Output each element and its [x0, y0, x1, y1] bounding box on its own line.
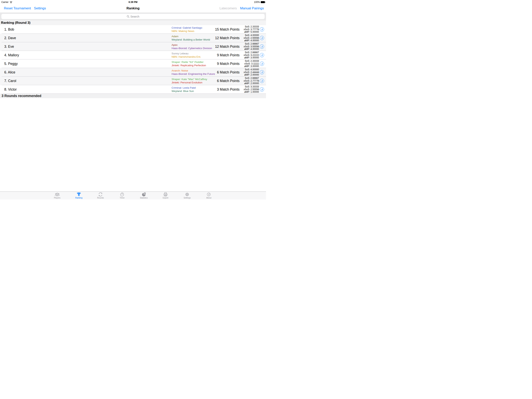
printer-icon [163, 192, 168, 197]
avgmp-value: øMP: 4.00000 [244, 48, 259, 51]
avgmp-value: øMP: 4.00000 [244, 39, 259, 42]
runner-identity: Criminal: Gabriel Santiago [171, 26, 202, 30]
xsos-value: xSoS: 2.55556 [244, 37, 259, 39]
players-icon [55, 192, 60, 197]
match-points: 9 Match Points [217, 53, 240, 57]
table-row[interactable]: 6. Alice Anarch: Noise Haas-Bioroid: Eng… [0, 68, 266, 77]
table-row[interactable]: 4. Mallory Sunny Lebeau NBN: Harishchand… [0, 51, 266, 59]
player-rank-name: 3. Eve [4, 45, 14, 49]
tab-label: Settings [184, 197, 191, 199]
sos-value: SoS: 2.66667 [244, 51, 259, 54]
rounds-recommended-footer: 3 Rounds recommended [0, 94, 266, 98]
table-row[interactable]: 7. Carol Shaper: Kate "Mac" McCaffrey Ji… [0, 77, 266, 85]
ranking-table: 1. Bob Criminal: Gabriel Santiago NBN: M… [0, 25, 266, 94]
table-row[interactable]: 8. Victor Criminal: Leela Patel Weyland:… [0, 85, 266, 94]
player-identities: Shaper: Kate "Mac" McCaffrey Jinteki: Pe… [171, 78, 207, 84]
tab-about[interactable]: i About [198, 192, 220, 199]
info-button[interactable]: i [260, 27, 264, 32]
table-row[interactable]: 1. Bob Criminal: Gabriel Santiago NBN: M… [0, 25, 266, 34]
corp-identity: NBN: Harishchandra Ent. [171, 55, 201, 58]
tiebreaker-stats: SoS: 4.00000 xSoS: 2.44444 øMP: 2.00000 [244, 68, 259, 76]
tab-label: Timer [120, 197, 125, 199]
xsos-value: xSoS: 2.77778 [244, 79, 259, 82]
sos-value: SoS: 2.66667 [244, 43, 259, 45]
avgmp-value: øMP: 1.00000 [244, 91, 259, 94]
tab-ranking[interactable]: Ranking [68, 192, 89, 199]
xsos-value: xSoS: 3.22222 [244, 54, 259, 57]
table-row[interactable]: 2. Dave Adam Weyland: Building a Better … [0, 34, 266, 42]
player-identities: Apex Haas-Bioroid: Cybernetics Division [171, 44, 212, 50]
battery-icon [261, 1, 265, 3]
tiebreaker-stats: SoS: 2.33333 xSoS: 3.11111 øMP: 3.00000 [244, 60, 259, 68]
player-identities: Adam Weyland: Building a Better World [171, 35, 210, 41]
tab-export[interactable]: Export [155, 192, 176, 199]
runner-identity: Criminal: Leela Patel [171, 86, 196, 90]
tab-label: Rounds [97, 197, 104, 199]
player-rank-name: 7. Carol [4, 79, 16, 83]
match-points: 3 Match Points [217, 87, 240, 91]
table-row[interactable]: 5. Peggy Shaper: Rielle "Kit" Peddler Ji… [0, 59, 266, 68]
info-button[interactable]: i [260, 87, 264, 91]
player-rank-name: 5. Peggy [4, 62, 18, 66]
info-button[interactable]: i [260, 79, 264, 83]
info-button[interactable]: i [260, 53, 264, 57]
match-points: 9 Match Points [217, 62, 240, 66]
sos-value: SoS: 3.33333 [244, 85, 259, 88]
info-button[interactable]: i [260, 36, 264, 40]
xsos-value: xSoS: 3.77778 [244, 28, 259, 31]
battery-percent: 100% [254, 1, 260, 4]
info-button[interactable]: i [260, 45, 264, 49]
table-row[interactable]: 3. Eve Apex Haas-Bioroid: Cybernetics Di… [0, 42, 266, 51]
player-rank-name: 4. Mallory [4, 53, 19, 57]
svg-text:i: i [208, 193, 209, 196]
tab-players[interactable]: Players [46, 192, 68, 199]
search-strip: Search [0, 13, 266, 20]
sos-value: SoS: 2.33333 [244, 26, 259, 28]
match-points: 15 Match Points [215, 27, 240, 32]
tiebreaker-stats: SoS: 4.00000 xSoS: 2.55556 øMP: 4.00000 [244, 34, 259, 42]
navigation-bar: Reset Tournament Settings Ranking Lateco… [0, 4, 266, 13]
tab-label: Players [54, 197, 60, 199]
player-rank-name: 8. Victor [4, 87, 17, 91]
corp-identity: Jinteki: Personal Evolution [171, 81, 207, 84]
tab-timer[interactable]: Timer [111, 192, 133, 199]
clock: 6:39 PM [128, 1, 137, 4]
sos-value: SoS: 2.66667 [244, 77, 259, 80]
xsos-value: xSoS: 2.44444 [244, 71, 259, 74]
player-identities: Criminal: Gabriel Santiago NBN: Making N… [171, 26, 202, 33]
manual-pairings-button[interactable]: Manual Pairings [240, 6, 264, 10]
tiebreaker-stats: SoS: 3.33333 xSoS: 2.55556 øMP: 1.00000 [244, 85, 259, 94]
tiebreaker-stats: SoS: 2.66667 xSoS: 3.55556 øMP: 4.00000 [244, 43, 259, 51]
corp-identity: Haas-Bioroid: Engineering the Future [171, 72, 215, 76]
player-rank-name: 6. Alice [4, 70, 15, 74]
tab-settings[interactable]: Settings [177, 192, 198, 199]
runner-identity: Anarch: Noise [171, 69, 215, 72]
tab-bar: Players Ranking [0, 192, 266, 200]
corp-identity: Weyland: Building a Better World [171, 38, 210, 41]
section-header: Ranking (Round 3) [0, 20, 266, 25]
runner-identity: Shaper: Kate "Mac" McCaffrey [171, 78, 207, 81]
corp-identity: NBN: Making News [171, 29, 202, 33]
player-rank-name: 1. Bob [4, 27, 14, 32]
player-identities: Shaper: Rielle "Kit" Peddler Jinteki: Re… [171, 61, 206, 67]
tab-label: Ranking [75, 197, 82, 199]
tab-rounds[interactable]: Rounds [90, 192, 111, 199]
tiebreaker-stats: SoS: 2.66667 xSoS: 2.77778 øMP: 2.00000 [244, 77, 259, 85]
player-identities: Criminal: Leela Patel Weyland: Blue Sun [171, 86, 196, 93]
corp-identity: Jinteki: Replicating Perfection [171, 64, 206, 67]
latecomers-button[interactable]: Latecomers [219, 6, 237, 10]
pie-chart-icon [141, 192, 147, 197]
match-points: 12 Match Points [215, 45, 240, 49]
gear-icon [184, 192, 190, 197]
runner-identity: Adam [171, 35, 210, 38]
info-button[interactable]: i [260, 62, 264, 66]
xsos-value: xSoS: 3.11111 [244, 62, 259, 65]
avgmp-value: øMP: 3.00000 [244, 65, 259, 68]
runner-identity: Apex [171, 44, 212, 47]
search-input[interactable]: Search [1, 14, 265, 19]
info-button[interactable]: i [260, 70, 264, 74]
tab-statistics[interactable]: Statistics [133, 192, 155, 199]
runner-identity: Shaper: Rielle "Kit" Peddler [171, 61, 206, 64]
corp-identity: Haas-Bioroid: Cybernetics Division [171, 46, 212, 50]
match-points: 6 Match Points [217, 79, 240, 83]
